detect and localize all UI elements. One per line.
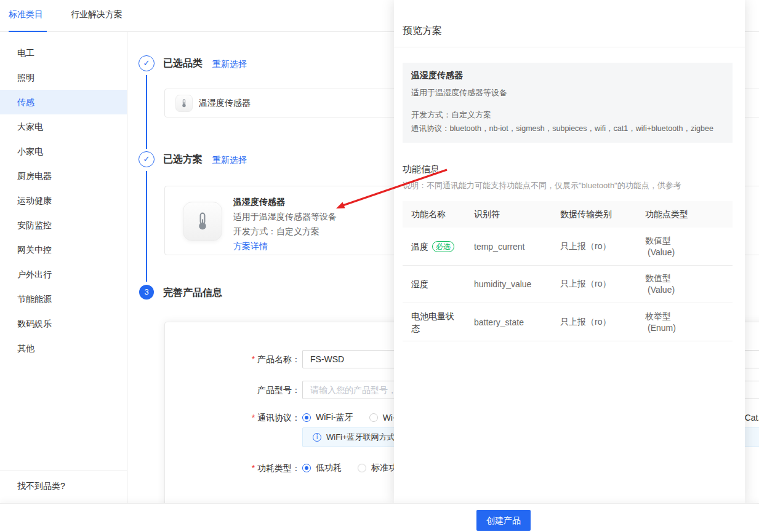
radio-label: 低功耗 (316, 463, 342, 474)
radio-selected-icon (302, 464, 311, 472)
tab-industry-solution[interactable]: 行业解决方案 (71, 9, 122, 20)
step3-title: 完善产品信息 (163, 287, 222, 300)
preview-solution-desc: 适用于温湿度传感器等设备 (411, 87, 507, 98)
step3-number-badge: 3 (139, 285, 154, 300)
radio-label: WiFi-蓝牙 (316, 412, 353, 423)
dp-type-name: 枚举型 (645, 311, 676, 322)
preview-dev-mode: 开发方式：自定义方案 (411, 109, 491, 121)
dp-type-cell: 数值型 (Value) (645, 272, 675, 296)
sidebar-item-small-appliance[interactable]: 小家电 (0, 139, 127, 164)
step2-title: 已选方案 (163, 153, 203, 166)
sidebar-item-outdoor[interactable]: 户外出行 (0, 262, 127, 287)
transfer-cell: 只上报（ro） (560, 317, 611, 328)
thermometer-icon (175, 95, 193, 112)
preview-solution-drawer: 预览方案 温湿度传感器 适用于温湿度传感器等设备 开发方式：自定义方案 通讯协议… (394, 0, 745, 503)
radio-selected-icon (302, 413, 311, 422)
solution-description: 适用于温湿度传感器等设备 (233, 212, 337, 223)
preview-title: 预览方案 (403, 25, 442, 38)
solution-detail-link[interactable]: 方案详情 (233, 241, 268, 252)
sidebar-item-energy[interactable]: 节能能源 (0, 287, 127, 311)
dp-type-sub: (Value) (645, 284, 675, 296)
sidebar-item-gateway[interactable]: 网关中控 (0, 237, 127, 262)
sidebar-item-sensor[interactable]: 传感 (0, 90, 127, 114)
sidebar-item-digital-entertainment[interactable]: 数码娱乐 (0, 311, 127, 336)
thermometer-icon (183, 202, 222, 241)
function-name-cell: 温度必选 (411, 240, 458, 253)
sidebar-item-others[interactable]: 其他 (0, 336, 127, 360)
radio-wifi-ble[interactable]: WiFi-蓝牙 (302, 412, 353, 423)
function-info-note: 说明：不同通讯能力可能支持功能点不同，仅展示"bluetooth"的功能点，供参… (403, 180, 681, 191)
power-type-radio-group: 低功耗 标准功耗 (302, 459, 406, 477)
function-name: 温度 (411, 242, 428, 252)
function-name-cell: 电池电量状态 (411, 310, 458, 335)
dp-type-name: 数值型 (645, 235, 675, 247)
function-points-table: 功能名称 识别符 数据传输类别 功能点类型 温度必选 temp_current … (403, 201, 733, 341)
required-badge: 必选 (432, 241, 454, 252)
table-header-row: 功能名称 识别符 数据传输类别 功能点类型 (403, 201, 733, 228)
radio-icon (369, 413, 378, 422)
tab-standard-category[interactable]: 标准类目 (9, 9, 43, 20)
sidebar-item-electrical[interactable]: 电工 (0, 41, 127, 65)
step-connector-line (146, 75, 147, 149)
dp-type-cell: 数值型 (Value) (645, 235, 675, 258)
step1-title: 已选品类 (163, 57, 203, 70)
function-info-title: 功能信息 (403, 164, 440, 175)
table-row: 温度必选 temp_current 只上报（ro） 数值型 (Value) (403, 228, 733, 266)
category-sidebar: 电工 照明 传感 大家电 小家电 厨房电器 运动健康 安防监控 网关中控 户外出… (0, 32, 127, 503)
sidebar-item-lighting[interactable]: 照明 (0, 65, 127, 90)
transfer-cell: 只上报（ro） (560, 279, 611, 290)
power-type-label: 功耗类型： (239, 459, 300, 477)
solution-dev-mode: 开发方式：自定义方案 (233, 226, 319, 237)
preview-solution-name: 温湿度传感器 (411, 70, 463, 81)
step-connector-line (146, 171, 147, 282)
table-row: 湿度 humidity_value 只上报（ro） 数值型 (Value) (403, 266, 733, 303)
product-name-label: 产品名称： (239, 350, 300, 368)
preview-protocols: 通讯协议：bluetooth，nb-iot，sigmesh，subpieces，… (411, 124, 713, 134)
sidebar-item-kitchen-appliance[interactable]: 厨房电器 (0, 164, 127, 188)
col-identifier: 识别符 (474, 201, 500, 228)
sidebar-item-sport-health[interactable]: 运动健康 (0, 188, 127, 213)
table-row: 电池电量状态 battery_state 只上报（ro） 枚举型 (Enum) (403, 303, 733, 341)
transfer-cell: 只上报（ro） (560, 241, 611, 252)
dp-type-sub: (Value) (645, 247, 675, 258)
divider (394, 47, 745, 47)
identifier-cell: battery_state (474, 317, 524, 327)
cannot-find-category-link[interactable]: 找不到品类? (0, 470, 127, 503)
dp-type-sub: (Enum) (645, 322, 676, 334)
col-dp-type: 功能点类型 (645, 201, 688, 228)
dp-type-name: 数值型 (645, 272, 675, 284)
solution-summary-box: 温湿度传感器 适用于温湿度传感器等设备 开发方式：自定义方案 通讯协议：blue… (403, 63, 733, 143)
bottom-action-bar: 创建产品 (0, 503, 759, 532)
sidebar-item-security[interactable]: 安防监控 (0, 213, 127, 237)
create-product-button[interactable]: 创建产品 (476, 510, 531, 531)
info-icon: i (313, 433, 321, 442)
sidebar-item-large-appliance[interactable]: 大家电 (0, 114, 127, 139)
identifier-cell: temp_current (474, 242, 524, 252)
step2-reselect-link[interactable]: 重新选择 (212, 155, 247, 166)
solution-name: 温湿度传感器 (233, 197, 285, 208)
selected-category-name: 温湿度传感器 (199, 89, 251, 117)
col-transfer-type: 数据传输类别 (560, 201, 612, 228)
create-product-page: 标准类目 行业解决方案 电工 照明 传感 大家电 小家电 厨房电器 运动健康 安… (0, 0, 759, 532)
step1-reselect-link[interactable]: 重新选择 (212, 59, 247, 70)
step2-check-icon: ✓ (139, 151, 155, 167)
function-name: 湿度 (411, 279, 428, 289)
radio-icon (358, 464, 366, 472)
identifier-cell: humidity_value (474, 279, 531, 289)
protocol-label: 通讯协议： (239, 408, 300, 427)
radio-low-power[interactable]: 低功耗 (302, 463, 342, 474)
col-function-name: 功能名称 (411, 201, 446, 228)
step1-check-icon: ✓ (139, 55, 155, 71)
function-name-cell: 湿度 (411, 278, 458, 290)
dp-type-cell: 枚举型 (Enum) (645, 311, 676, 334)
function-name: 电池电量状态 (411, 311, 454, 333)
product-model-label: 产品型号： (239, 381, 300, 399)
